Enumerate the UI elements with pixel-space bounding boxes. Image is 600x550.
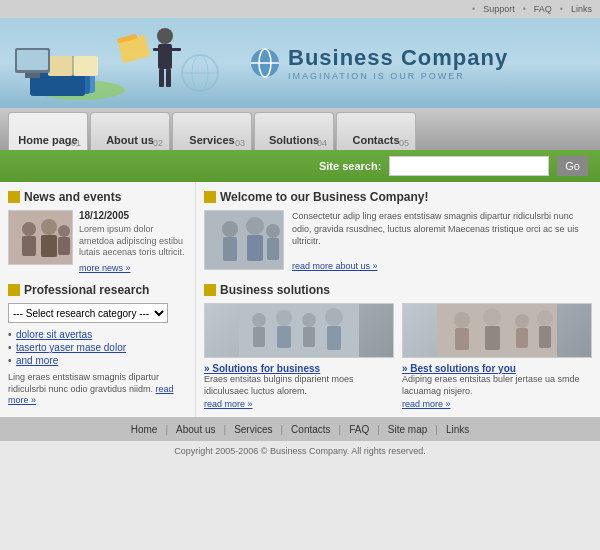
svg-rect-44 — [303, 327, 315, 347]
nav-tab-home-label: Home page — [18, 134, 77, 146]
solution-body-2: Adiping eraes entsitas buler jertase ua … — [402, 374, 592, 397]
solution-read-more-1[interactable]: read more » — [204, 399, 253, 409]
svg-rect-49 — [455, 328, 469, 350]
svg-point-32 — [222, 221, 238, 237]
news-header: News and events — [8, 190, 187, 204]
svg-rect-55 — [539, 326, 551, 348]
svg-point-41 — [276, 310, 292, 326]
search-button[interactable]: Go — [557, 156, 588, 176]
main-column: Welcome to our Business Company! Con — [195, 182, 600, 417]
footer-copyright: Copyright 2005-2006 © Business Company. … — [174, 446, 426, 456]
footer-nav-services[interactable]: Services — [226, 424, 280, 435]
welcome-section: Welcome to our Business Company! Con — [204, 190, 592, 273]
svg-rect-14 — [159, 69, 164, 87]
solution-item-2: » Best solutions for you Adiping eraes e… — [402, 303, 592, 409]
research-header: Professional research — [8, 283, 187, 297]
svg-point-10 — [157, 28, 173, 44]
nav-tab-contacts-label: Contacts — [352, 134, 399, 146]
research-title: Professional research — [24, 283, 149, 297]
news-body: Lorem ipsum dolor ametdoa adipiscing est… — [79, 224, 187, 259]
svg-rect-35 — [247, 235, 263, 261]
nav-tab-solutions[interactable]: Solutions 04 — [254, 112, 334, 150]
svg-point-52 — [515, 314, 529, 328]
svg-rect-28 — [41, 235, 57, 257]
footer-nav-home[interactable]: Home — [123, 424, 166, 435]
top-bar-sep2: • — [560, 4, 563, 14]
header-illustration — [10, 18, 230, 108]
company-name: Business Company — [288, 45, 508, 71]
solutions-grid: » Solutions for business Eraes entsitas … — [204, 303, 592, 409]
research-icon — [8, 284, 20, 296]
nav-tab-contacts[interactable]: Contacts 05 — [336, 112, 416, 150]
svg-point-34 — [246, 217, 264, 235]
solutions-section: Business solutions — [204, 283, 592, 409]
top-bar-support[interactable]: Support — [483, 4, 515, 14]
footer-nav-contacts[interactable]: Contacts — [283, 424, 338, 435]
svg-rect-5 — [73, 56, 98, 76]
svg-point-29 — [58, 225, 70, 237]
svg-point-54 — [537, 310, 553, 326]
footer-nav-about[interactable]: About us — [168, 424, 223, 435]
footer-nav-links[interactable]: Links — [438, 424, 477, 435]
solution-body-1: Eraes entsitas bulgins diparient moes id… — [204, 374, 394, 397]
svg-point-43 — [302, 313, 316, 327]
solution-img-2 — [402, 303, 592, 358]
svg-rect-42 — [277, 326, 291, 348]
svg-point-25 — [22, 222, 36, 236]
research-body: Ling eraes entstisaw smagnis dipartur ri… — [8, 372, 187, 407]
search-bar: Site search: Go — [0, 150, 600, 182]
research-list: dolore sit avertas taserto yaser mase do… — [8, 329, 187, 366]
nav-tab-contacts-num: 05 — [399, 138, 409, 148]
news-content: 18/12/2005 Lorem ipsum dolor ametdoa adi… — [8, 210, 187, 273]
svg-rect-3 — [30, 70, 85, 96]
nav-tab-services-num: 03 — [235, 138, 245, 148]
svg-rect-37 — [267, 238, 279, 260]
research-body-text: Ling eraes entstisaw smagnis dipartur ri… — [8, 372, 159, 394]
news-read-more[interactable]: more news » — [79, 263, 131, 273]
top-bar-links[interactable]: Links — [571, 4, 592, 14]
solution-link-1[interactable]: » Solutions for business — [204, 363, 320, 374]
top-bar-faq[interactable]: FAQ — [534, 4, 552, 14]
news-img-svg — [9, 211, 73, 265]
welcome-img-svg — [205, 211, 284, 270]
research-item-1[interactable]: dolore sit avertas — [8, 329, 187, 340]
welcome-read-more[interactable]: read more about us » — [292, 261, 378, 271]
left-column: News and events 18/12/2 — [0, 182, 195, 417]
solution-img-1 — [204, 303, 394, 358]
svg-point-36 — [266, 224, 280, 238]
news-date: 18/12/2005 — [79, 210, 187, 221]
svg-rect-26 — [22, 236, 36, 256]
svg-rect-4 — [48, 56, 73, 76]
svg-rect-30 — [58, 237, 70, 255]
nav-tab-services-label: Services — [189, 134, 234, 146]
news-image — [8, 210, 73, 265]
news-section: News and events 18/12/2 — [8, 190, 187, 273]
solution-link-2[interactable]: » Best solutions for you — [402, 363, 516, 374]
solutions-header: Business solutions — [204, 283, 592, 297]
svg-rect-2 — [35, 66, 90, 94]
svg-rect-8 — [17, 50, 48, 70]
solution-read-more-2[interactable]: read more » — [402, 399, 451, 409]
footer-nav-sitemap[interactable]: Site map — [380, 424, 435, 435]
svg-point-45 — [325, 308, 343, 326]
research-item-2[interactable]: taserto yaser mase dolor — [8, 342, 187, 353]
welcome-header: Welcome to our Business Company! — [204, 190, 592, 204]
research-item-3[interactable]: and more — [8, 355, 187, 366]
nav-tab-home[interactable]: Home page 01 — [8, 112, 88, 150]
top-bar-dot: • — [472, 4, 475, 14]
research-select[interactable]: --- Select research category --- — [8, 303, 168, 323]
welcome-body: Consectetur adip ling eraes entstisaw sm… — [292, 211, 579, 246]
svg-rect-46 — [327, 326, 341, 350]
solutions-icon — [204, 284, 216, 296]
top-bar-sep1: • — [523, 4, 526, 14]
nav-tab-about-label: About us — [106, 134, 154, 146]
nav-tab-about[interactable]: About us 02 — [90, 112, 170, 150]
content-area: News and events 18/12/2 — [0, 182, 600, 417]
svg-point-50 — [483, 308, 501, 326]
top-bar: • Support • FAQ • Links — [0, 0, 600, 18]
nav-tab-services[interactable]: Services 03 — [172, 112, 252, 150]
svg-rect-33 — [223, 237, 237, 261]
search-input[interactable] — [389, 156, 549, 176]
svg-point-39 — [252, 313, 266, 327]
footer-nav-faq[interactable]: FAQ — [341, 424, 377, 435]
